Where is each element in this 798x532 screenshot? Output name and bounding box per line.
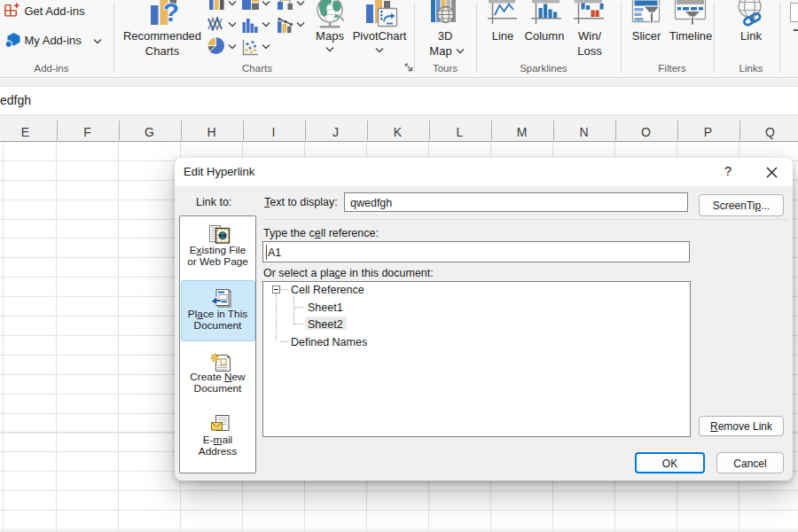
svg-text:?: ? [163, 0, 179, 27]
